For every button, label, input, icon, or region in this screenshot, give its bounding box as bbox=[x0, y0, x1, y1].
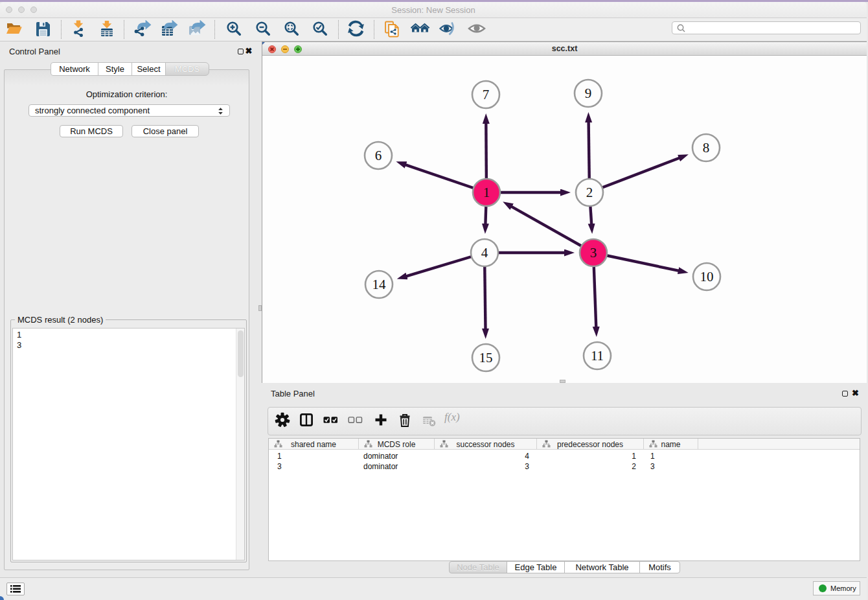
svg-text:1: 1 bbox=[483, 185, 490, 200]
svg-text:15: 15 bbox=[479, 350, 493, 365]
svg-text:8: 8 bbox=[703, 140, 710, 156]
svg-text:3: 3 bbox=[590, 245, 597, 260]
svg-text:11: 11 bbox=[591, 348, 604, 363]
svg-text:7: 7 bbox=[483, 87, 490, 102]
svg-text:14: 14 bbox=[372, 277, 387, 292]
svg-text:6: 6 bbox=[375, 148, 382, 163]
svg-text:4: 4 bbox=[481, 245, 488, 260]
svg-text:2: 2 bbox=[586, 185, 593, 200]
svg-text:10: 10 bbox=[700, 269, 714, 284]
svg-text:9: 9 bbox=[585, 86, 592, 101]
